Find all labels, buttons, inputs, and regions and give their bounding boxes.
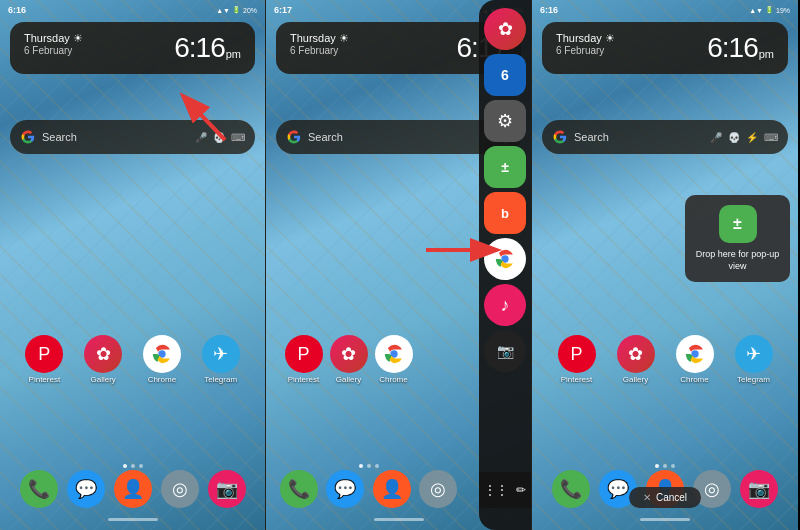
search-bar-3[interactable]: Search 🎤 💀 ⚡ ⌨	[542, 120, 788, 154]
cancel-label-3: Cancel	[656, 492, 687, 503]
lens-icon-1[interactable]: 💀	[213, 132, 225, 143]
tooltip-app-icon: ±	[719, 205, 757, 243]
chrome-label-2: Chrome	[379, 375, 407, 384]
app-chrome-2[interactable]: Chrome	[371, 335, 416, 384]
keyboard-icon-1[interactable]: ⌨	[231, 132, 245, 143]
dock-messages-2[interactable]: 💬	[322, 470, 368, 508]
dock-contacts-1[interactable]: 👤	[109, 470, 156, 508]
gallery-icon-3: ✿	[617, 335, 655, 373]
app-row-1-panel3: P Pinterest ✿ Gallery Chrome ✈ Telegram	[532, 330, 798, 389]
nav-pill-2	[374, 518, 424, 521]
app-chrome-1[interactable]: Chrome	[137, 335, 187, 384]
battery-percent-3: 19%	[776, 7, 790, 14]
page-dots-2	[266, 464, 471, 468]
telegram-icon-3: ✈	[735, 335, 773, 373]
sidebar-brave[interactable]: b	[484, 192, 526, 234]
dock-email-2[interactable]: ◎	[415, 470, 461, 508]
pinterest-icon-2: P	[285, 335, 323, 373]
wallpaper-1	[0, 0, 265, 530]
app-gallery-3[interactable]: ✿ Gallery	[611, 335, 661, 384]
mic-icon-3[interactable]: 🎤	[710, 132, 722, 143]
date-widget-3: Thursday ☀ 6 February 6:16 pm	[542, 22, 788, 74]
pinterest-label-2: Pinterest	[288, 375, 320, 384]
gallery-icon-2: ✿	[330, 335, 368, 373]
chrome-icon-2	[375, 335, 413, 373]
date-day-1: Thursday ☀	[24, 32, 83, 45]
search-icons-1: 🎤 💀 ⌨	[195, 132, 245, 143]
cancel-button-3[interactable]: ✕ Cancel	[629, 487, 701, 508]
mic-icon-1[interactable]: 🎤	[195, 132, 207, 143]
sidebar-calculator[interactable]: ±	[484, 146, 526, 188]
contacts-icon-2: 👤	[373, 470, 411, 508]
nav-pill-3	[640, 518, 690, 521]
gallery-label-2: Gallery	[336, 375, 361, 384]
date-day-3: Thursday ☀	[556, 32, 615, 45]
email-icon-1: ◎	[161, 470, 199, 508]
search-icons-3: 🎤 💀 ⚡ ⌨	[710, 132, 778, 143]
date-day-2: Thursday ☀	[290, 32, 349, 45]
gallery-icon-1: ✿	[84, 335, 122, 373]
telegram-label-3: Telegram	[737, 375, 770, 384]
sidebar-gallery[interactable]: ✿	[484, 8, 526, 50]
battery-percent-1: 20%	[243, 7, 257, 14]
page-dots-3	[532, 464, 798, 468]
status-time-3: 6:16	[540, 5, 558, 15]
signal-icon-3: ▲▼	[749, 7, 763, 14]
google-logo-3	[552, 129, 568, 145]
app-pinterest-2[interactable]: P Pinterest	[281, 335, 326, 384]
sidebar-camera[interactable]: 📷	[484, 330, 526, 372]
app-pinterest-3[interactable]: P Pinterest	[552, 335, 602, 384]
app-gallery-2[interactable]: ✿ Gallery	[326, 335, 371, 384]
pinterest-icon-3: P	[558, 335, 596, 373]
chrome-icon-1	[143, 335, 181, 373]
tooltip-text-3: Drop here for pop-up view	[695, 249, 780, 272]
app-row-1-panel2: P Pinterest ✿ Gallery Chrome	[266, 330, 431, 389]
dock-camera-1[interactable]: 📷	[203, 470, 250, 508]
edit-icon-2[interactable]: ✏	[516, 483, 526, 497]
sidebar-chrome[interactable]	[484, 238, 526, 280]
battery-icon: 🔋	[232, 6, 241, 14]
dock-messages-1[interactable]: 💬	[62, 470, 109, 508]
page-dots-1	[0, 464, 265, 468]
chrome-label-3: Chrome	[680, 375, 708, 384]
search-bar-1[interactable]: Search 🎤 💀 ⌨	[10, 120, 255, 154]
time-display-1: 6:16	[174, 32, 225, 64]
dock-email-1[interactable]: ◎	[156, 470, 203, 508]
search-text-3: Search	[574, 131, 704, 143]
time-display-3: 6:16	[707, 32, 758, 64]
lens-icon-3[interactable]: 💀	[728, 132, 740, 143]
nav-bar-3	[532, 508, 798, 530]
app-pinterest-1[interactable]: P Pinterest	[19, 335, 69, 384]
dock-phone-1[interactable]: 📞	[15, 470, 62, 508]
popup-tooltip-3: ± Drop here for pop-up view	[685, 195, 790, 282]
cancel-bar-3: ✕ Cancel	[532, 487, 798, 508]
app-telegram-1[interactable]: ✈ Telegram	[196, 335, 246, 384]
phone-panel-2: 6:17 ▲▼ 🔋 19% Thursday ☀ 6 February 6:17	[266, 0, 532, 530]
phone-panel-3: 6:16 ▲▼ 🔋 19% Thursday ☀ 6 February 6:16…	[532, 0, 798, 530]
contacts-icon-1: 👤	[114, 470, 152, 508]
status-icons-3: ▲▼ 🔋 19%	[749, 6, 790, 14]
sidebar-music[interactable]: ♪	[484, 284, 526, 326]
telegram-label-1: Telegram	[204, 375, 237, 384]
app-telegram-3[interactable]: ✈ Telegram	[729, 335, 779, 384]
dock-phone-2[interactable]: 📞	[276, 470, 322, 508]
status-bar-3: 6:16 ▲▼ 🔋 19%	[532, 0, 798, 20]
status-bar-1: 6:16 ▲▼ 🔋 20%	[0, 0, 265, 20]
grid-icon-2[interactable]: ⋮⋮	[484, 483, 508, 497]
messages-icon-2: 💬	[326, 470, 364, 508]
time-ampm-1: pm	[226, 48, 241, 60]
app-chrome-3[interactable]: Chrome	[670, 335, 720, 384]
date-month-3: 6 February	[556, 45, 615, 56]
app-gallery-1[interactable]: ✿ Gallery	[78, 335, 128, 384]
sidebar-settings[interactable]: ⚙	[484, 100, 526, 142]
app-row-1-panel1: P Pinterest ✿ Gallery Chrome ✈ Telegram	[0, 330, 265, 389]
dock-1: 📞 💬 👤 ◎ 📷	[0, 470, 265, 508]
share-icon-3[interactable]: ⚡	[746, 132, 758, 143]
date-month-2: 6 February	[290, 45, 349, 56]
sidebar-calendar[interactable]: 6	[484, 54, 526, 96]
dock-contacts-2[interactable]: 👤	[369, 470, 415, 508]
google-logo-2	[286, 129, 302, 145]
keyboard-icon-3[interactable]: ⌨	[764, 132, 778, 143]
nav-bar-1	[0, 508, 265, 530]
phone-icon-1: 📞	[20, 470, 58, 508]
